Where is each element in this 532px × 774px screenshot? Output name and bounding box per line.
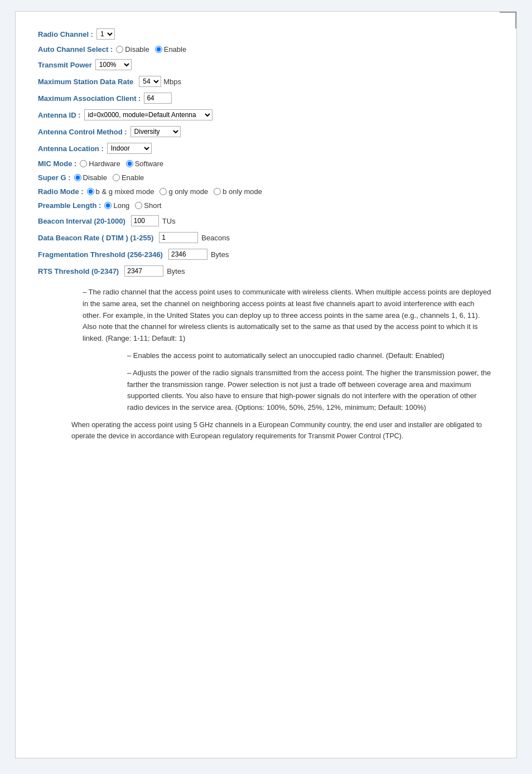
auto-channel-enable-label: Enable (164, 45, 186, 54)
radio-b-label: b only mode (223, 187, 262, 196)
radio-mode-label: Radio Mode : (38, 187, 84, 196)
radio-channel-row: Radio Channel : 1 2 3 (38, 28, 494, 40)
max-station-row: Maximum Station Data Rate 54 48 11 Mbps (38, 76, 494, 87)
main-page: Radio Channel : 1 2 3 Auto Channel Selec… (15, 11, 517, 758)
radio-bg-radio[interactable] (87, 188, 94, 195)
data-beacon-unit: Beacons (201, 234, 230, 242)
radio-g-label: g only mode (168, 187, 208, 196)
transmit-power-row: Transmit Power 100% 50% 25% 12% (38, 59, 494, 70)
mic-software-radio[interactable] (126, 160, 133, 167)
super-g-row: Super G : Disable Enable (38, 173, 494, 182)
auto-channel-disable-label: Disable (125, 45, 149, 54)
max-assoc-input[interactable] (144, 93, 172, 104)
super-g-disable-label: Disable (83, 173, 107, 182)
preamble-long-radio[interactable] (104, 202, 112, 209)
radio-channel-label: Radio Channel : (38, 30, 93, 38)
preamble-label: Preamble Length : (38, 201, 101, 210)
mic-hardware-label: Hardware (89, 159, 120, 168)
transmit-power-description: – Adjusts the power of the radio signals… (127, 367, 494, 414)
mic-mode-label: MIC Mode : (38, 159, 76, 168)
descriptions: – The radio channel that the access poin… (38, 287, 494, 442)
transmit-power-label: Transmit Power (38, 61, 92, 69)
frag-threshold-label: Fragmentation Threshold (256-2346) (38, 250, 163, 259)
rts-threshold-unit: Bytes (167, 267, 185, 275)
auto-channel-radio-group: Disable Enable (116, 45, 186, 54)
max-assoc-row: Maximum Association Client : (38, 93, 494, 104)
antenna-id-select[interactable]: id=0x0000, module=Default Antenna (84, 109, 212, 120)
beacon-label: Beacon Interval (20-1000) (38, 217, 125, 225)
antenna-control-select[interactable]: Diversity (130, 126, 181, 137)
max-station-select[interactable]: 54 48 11 (139, 76, 161, 87)
radio-channel-select[interactable]: 1 2 3 (96, 28, 115, 40)
radio-b-option[interactable]: b only mode (214, 187, 262, 196)
auto-channel-row: Auto Channel Select : Disable Enable (38, 45, 494, 54)
super-g-enable-radio[interactable] (113, 174, 120, 181)
radio-mode-radio-group: b & g mixed mode g only mode b only mode (87, 187, 262, 196)
super-g-radio-group: Disable Enable (74, 173, 144, 182)
radio-bg-option[interactable]: b & g mixed mode (87, 187, 154, 196)
super-g-label: Super G : (38, 173, 71, 182)
mic-mode-row: MIC Mode : Hardware Software (38, 159, 494, 168)
rts-threshold-input[interactable] (124, 265, 163, 277)
max-station-label: Maximum Station Data Rate (38, 78, 133, 86)
max-assoc-label: Maximum Association Client : (38, 94, 141, 103)
antenna-location-label: Antenna Location : (38, 144, 104, 153)
auto-channel-enable-option[interactable]: Enable (155, 45, 186, 54)
radio-g-option[interactable]: g only mode (159, 187, 208, 196)
preamble-radio-group: Long Short (104, 201, 161, 210)
preamble-long-option[interactable]: Long (104, 201, 129, 210)
preamble-short-label: Short (144, 201, 161, 210)
antenna-control-label: Antenna Control Method : (38, 128, 127, 136)
antenna-control-row: Antenna Control Method : Diversity (38, 126, 494, 137)
radio-g-radio[interactable] (159, 188, 167, 195)
frag-threshold-input[interactable] (168, 249, 207, 260)
antenna-id-label: Antenna ID : (38, 111, 81, 119)
frag-threshold-row: Fragmentation Threshold (256-2346) Bytes (38, 249, 494, 260)
beacon-input[interactable] (131, 215, 159, 226)
frag-threshold-unit: Bytes (211, 250, 229, 259)
antenna-location-select[interactable]: Indoor Outdoor (107, 143, 152, 154)
auto-channel-enable-radio[interactable] (155, 46, 162, 53)
mic-mode-radio-group: Hardware Software (80, 159, 163, 168)
super-g-enable-option[interactable]: Enable (113, 173, 144, 182)
radio-b-radio[interactable] (214, 188, 221, 195)
antenna-id-row: Antenna ID : id=0x0000, module=Default A… (38, 109, 494, 120)
data-beacon-row: Data Beacon Rate ( DTIM ) (1-255) Beacon… (38, 232, 494, 243)
super-g-enable-label: Enable (122, 173, 144, 182)
mic-software-option[interactable]: Software (126, 159, 163, 168)
beacon-unit: TUs (162, 217, 176, 225)
preamble-short-radio[interactable] (135, 202, 142, 209)
data-beacon-label: Data Beacon Rate ( DTIM ) (1-255) (38, 234, 153, 242)
auto-channel-disable-option[interactable]: Disable (116, 45, 149, 54)
preamble-short-option[interactable]: Short (135, 201, 161, 210)
rts-threshold-label: RTS Threshold (0-2347) (38, 267, 119, 275)
radio-channel-description: – The radio channel that the access poin… (83, 287, 494, 345)
beacon-row: Beacon Interval (20-1000) TUs (38, 215, 494, 226)
data-beacon-input[interactable] (159, 232, 198, 243)
super-g-disable-option[interactable]: Disable (74, 173, 107, 182)
auto-channel-description: – Enables the access point to automatica… (127, 350, 494, 362)
radio-mode-row: Radio Mode : b & g mixed mode g only mod… (38, 187, 494, 196)
radio-bg-label: b & g mixed mode (96, 187, 154, 196)
antenna-location-row: Antenna Location : Indoor Outdoor (38, 143, 494, 154)
transmit-power-select[interactable]: 100% 50% 25% 12% (95, 59, 132, 70)
corner-decoration (500, 12, 516, 28)
max-station-unit: Mbps (163, 78, 181, 86)
super-g-disable-radio[interactable] (74, 174, 81, 181)
mic-hardware-radio[interactable] (80, 160, 87, 167)
mic-software-label: Software (135, 159, 163, 168)
note-text: When operating the access point using 5 … (71, 419, 494, 442)
preamble-row: Preamble Length : Long Short (38, 201, 494, 210)
auto-channel-disable-radio[interactable] (116, 46, 123, 53)
auto-channel-label: Auto Channel Select : (38, 45, 113, 54)
rts-threshold-row: RTS Threshold (0-2347) Bytes (38, 265, 494, 277)
preamble-long-label: Long (113, 201, 129, 210)
mic-hardware-option[interactable]: Hardware (80, 159, 120, 168)
